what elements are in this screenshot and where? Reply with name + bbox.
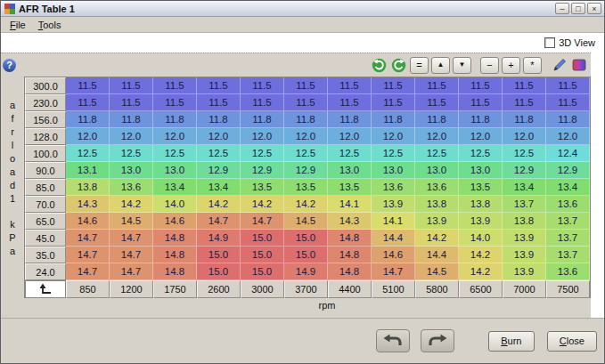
- help-icon[interactable]: ?: [3, 59, 16, 72]
- x-axis-cell[interactable]: 1750: [153, 280, 197, 298]
- table-cell[interactable]: 12.5: [197, 145, 241, 162]
- table-cell[interactable]: 14.1: [328, 196, 372, 213]
- 3d-view-checkbox[interactable]: [544, 37, 555, 48]
- table-cell[interactable]: 13.5: [459, 179, 503, 196]
- redo-button[interactable]: [421, 329, 454, 352]
- table-cell[interactable]: 14.2: [459, 263, 503, 280]
- set-equal-button[interactable]: =: [410, 57, 429, 74]
- table-cell[interactable]: 12.9: [284, 162, 328, 179]
- table-cell[interactable]: 11.5: [328, 77, 372, 94]
- table-cell[interactable]: 12.9: [546, 162, 590, 179]
- table-cell[interactable]: 13.4: [546, 179, 590, 196]
- table-cell[interactable]: 11.5: [328, 94, 372, 111]
- table-cell[interactable]: 14.7: [372, 263, 415, 280]
- table-cell[interactable]: 14.8: [153, 247, 197, 263]
- table-cell[interactable]: 11.5: [546, 94, 590, 111]
- table-cell[interactable]: 14.7: [110, 247, 153, 263]
- table-cell[interactable]: 14.2: [197, 196, 241, 213]
- x-axis-cell[interactable]: 850: [66, 280, 110, 298]
- table-cell[interactable]: 13.8: [503, 213, 546, 230]
- table-cell[interactable]: 11.8: [372, 111, 415, 128]
- table-cell[interactable]: 11.5: [241, 77, 284, 94]
- table-cell[interactable]: 13.4: [197, 179, 241, 196]
- maximize-icon[interactable]: □: [571, 3, 585, 14]
- table-cell[interactable]: 14.7: [66, 230, 110, 247]
- x-axis-cell[interactable]: 4400: [328, 280, 372, 298]
- plus-button[interactable]: +: [502, 57, 520, 74]
- table-cell[interactable]: 14.6: [66, 213, 110, 230]
- table-cell[interactable]: 14.7: [66, 263, 110, 280]
- table-cell[interactable]: 14.6: [372, 247, 415, 263]
- table-cell[interactable]: 14.7: [241, 213, 284, 230]
- y-axis-cell[interactable]: 300.0: [25, 77, 66, 94]
- table-cell[interactable]: 11.5: [415, 94, 459, 111]
- table-cell[interactable]: 14.5: [110, 213, 153, 230]
- scale-multiply-button[interactable]: *: [523, 57, 542, 74]
- table-cell[interactable]: 11.8: [197, 111, 241, 128]
- x-axis-cell[interactable]: 7500: [546, 280, 590, 298]
- table-cell[interactable]: 13.7: [546, 247, 590, 263]
- table-cell[interactable]: 12.9: [197, 162, 241, 179]
- table-cell[interactable]: 14.0: [459, 230, 503, 247]
- table-cell[interactable]: 11.5: [372, 94, 415, 111]
- table-cell[interactable]: 13.8: [459, 196, 503, 213]
- table-cell[interactable]: 11.5: [415, 77, 459, 94]
- table-cell[interactable]: 11.5: [459, 77, 503, 94]
- table-cell[interactable]: 11.8: [328, 111, 372, 128]
- close-icon[interactable]: ×: [587, 3, 601, 14]
- table-cell[interactable]: 13.9: [459, 213, 503, 230]
- table-cell[interactable]: 12.9: [241, 162, 284, 179]
- x-axis-cell[interactable]: 3000: [241, 280, 284, 298]
- table-cell[interactable]: 15.0: [241, 263, 284, 280]
- table-cell[interactable]: 12.0: [459, 128, 503, 145]
- table-cell[interactable]: 15.0: [284, 230, 328, 247]
- table-cell[interactable]: 11.5: [197, 77, 241, 94]
- table-cell[interactable]: 11.5: [110, 94, 153, 111]
- table-cell[interactable]: 12.0: [328, 128, 372, 145]
- table-cell[interactable]: 11.5: [284, 77, 328, 94]
- table-cell[interactable]: 14.8: [328, 230, 372, 247]
- table-cell[interactable]: 11.5: [66, 77, 110, 94]
- table-cell[interactable]: 15.0: [241, 230, 284, 247]
- y-axis-cell[interactable]: 128.0: [25, 128, 66, 145]
- close-button[interactable]: Close: [547, 331, 597, 352]
- table-cell[interactable]: 11.8: [241, 111, 284, 128]
- table-cell[interactable]: 14.7: [110, 263, 153, 280]
- table-cell[interactable]: 14.4: [415, 247, 459, 263]
- table-cell[interactable]: 11.5: [459, 94, 503, 111]
- table-cell[interactable]: 12.5: [415, 145, 459, 162]
- table-cell[interactable]: 12.5: [66, 145, 110, 162]
- table-cell[interactable]: 13.6: [546, 263, 590, 280]
- table-cell[interactable]: 11.5: [153, 77, 197, 94]
- table-cell[interactable]: 12.9: [503, 162, 546, 179]
- table-cell[interactable]: 13.8: [415, 196, 459, 213]
- table-cell[interactable]: 14.9: [284, 263, 328, 280]
- y-axis-cell[interactable]: 45.0: [25, 230, 66, 247]
- table-cell[interactable]: 14.7: [197, 213, 241, 230]
- edit-pencil-icon[interactable]: [551, 57, 568, 74]
- table-cell[interactable]: 13.0: [153, 162, 197, 179]
- table-cell[interactable]: 14.9: [197, 230, 241, 247]
- table-cell[interactable]: 14.0: [153, 196, 197, 213]
- menu-tools[interactable]: Tools: [32, 19, 68, 31]
- table-cell[interactable]: 12.0: [197, 128, 241, 145]
- axis-corner-button[interactable]: [25, 280, 66, 298]
- table-cell[interactable]: 14.5: [415, 263, 459, 280]
- table-cell[interactable]: 13.5: [241, 179, 284, 196]
- table-cell[interactable]: 12.0: [66, 128, 110, 145]
- y-axis-cell[interactable]: 85.0: [25, 179, 66, 196]
- minimize-icon[interactable]: –: [555, 3, 569, 14]
- x-axis-cell[interactable]: 7000: [503, 280, 546, 298]
- table-cell[interactable]: 12.0: [415, 128, 459, 145]
- table-cell[interactable]: 14.1: [372, 213, 415, 230]
- table-cell[interactable]: 14.2: [284, 196, 328, 213]
- increase-value-button[interactable]: ▲: [431, 57, 450, 74]
- table-cell[interactable]: 12.5: [284, 145, 328, 162]
- table-cell[interactable]: 13.9: [415, 213, 459, 230]
- table-cell[interactable]: 12.0: [153, 128, 197, 145]
- x-axis-cell[interactable]: 2600: [197, 280, 241, 298]
- minus-button[interactable]: −: [480, 57, 499, 74]
- table-cell[interactable]: 14.8: [328, 247, 372, 263]
- table-cell[interactable]: 12.0: [546, 128, 590, 145]
- table-cell[interactable]: 13.0: [328, 162, 372, 179]
